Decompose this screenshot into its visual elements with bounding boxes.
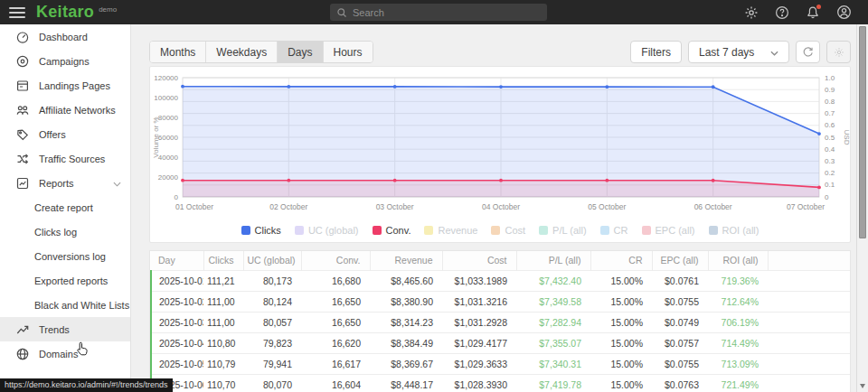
column-header-roi-all[interactable]: ROI (all): [708, 251, 768, 270]
tab-hours[interactable]: Hours: [323, 42, 373, 62]
legend-item-epc-all[interactable]: EPC (all): [642, 225, 695, 236]
column-header-p-l-all[interactable]: P/L (all): [516, 251, 590, 270]
cell-day: 2025-10-01: [151, 270, 203, 291]
svg-text:0: 0: [825, 193, 829, 201]
svg-text:40000: 40000: [158, 154, 179, 162]
legend-item-cost[interactable]: Cost: [491, 225, 525, 236]
cell-cr: 15.00%: [590, 291, 652, 312]
legend-swatch: [491, 226, 500, 235]
cell-day: 2025-10-02: [151, 291, 203, 312]
date-range-select[interactable]: Last 7 days: [688, 41, 789, 63]
search-bar[interactable]: [330, 4, 547, 21]
sidebar-item-domains[interactable]: Domains: [0, 341, 130, 366]
sidebar-item-dashboard[interactable]: Dashboard: [0, 24, 130, 49]
sidebar-item-affiliate-networks[interactable]: Affiliate Networks: [0, 98, 130, 122]
table-row[interactable]: 2025-10-04110,8079,82316,620$8,384.49$1,…: [151, 332, 850, 353]
sidebar-item-traffic-sources[interactable]: Traffic Sources: [0, 146, 130, 171]
app-logo[interactable]: Keitaro: [36, 3, 94, 22]
sidebar-item-label: Reports: [39, 178, 74, 189]
cell-filler: [768, 374, 850, 392]
cell-clicks: 111,00: [203, 312, 243, 332]
page-scrollbar[interactable]: [856, 24, 868, 392]
legend-swatch: [295, 226, 304, 235]
table-row[interactable]: 2025-10-05110,7979,94116,617$8,369.67$1,…: [151, 353, 850, 374]
column-header-cr[interactable]: CR: [590, 251, 652, 270]
sidebar-item-create-report[interactable]: Create report: [0, 195, 130, 219]
cell-cr: 15.00%: [590, 332, 652, 353]
tab-weekdays[interactable]: Weekdays: [205, 42, 277, 62]
menu-icon[interactable]: [9, 7, 25, 18]
help-icon[interactable]: [774, 5, 790, 21]
chart-legend: ClicksUC (global)Conv.RevenueCostP/L (al…: [150, 220, 850, 240]
sidebar-item-landings-pages[interactable]: Landings Pages: [0, 73, 130, 98]
scrollbar-down-arrow[interactable]: [860, 384, 865, 388]
column-header-cost[interactable]: Cost: [442, 251, 516, 270]
period-tabs: MonthsWeekdaysDaysHours: [149, 41, 373, 63]
legend-item-cr[interactable]: CR: [600, 225, 628, 236]
column-header-clicks[interactable]: Clicks: [203, 251, 243, 270]
legend-item-clicks[interactable]: Clicks: [241, 225, 281, 236]
legend-swatch: [642, 226, 651, 235]
table-row[interactable]: 2025-10-03111,0080,05716,650$8,314.23$1,…: [151, 312, 850, 332]
search-icon: [336, 7, 347, 18]
cell-filler: [768, 270, 850, 291]
cell-clicks: 110,70: [203, 374, 243, 392]
trends-chart-card: 00.10.20.30.40.50.60.70.80.91.0020000400…: [149, 66, 851, 243]
column-header-day[interactable]: Day: [151, 251, 203, 270]
report-settings-button[interactable]: [826, 41, 851, 63]
cell-filler: [768, 332, 850, 353]
sidebar-item-clicks-log[interactable]: Clicks log: [0, 219, 130, 244]
cell-epc-all: $0.0749: [652, 312, 708, 332]
notification-dot: [816, 5, 821, 9]
sidebar-item-black-and-white-lists[interactable]: Black and White Lists: [0, 293, 130, 317]
legend-label: Conv.: [386, 225, 411, 236]
column-header-uc-global[interactable]: UC (global): [243, 251, 301, 270]
sidebar-item-offers[interactable]: Offers: [0, 122, 130, 146]
tab-months[interactable]: Months: [150, 42, 205, 62]
sidebar-item-label: Traffic Sources: [39, 154, 105, 164]
cell-day: 2025-10-05: [151, 353, 203, 374]
account-icon[interactable]: [835, 5, 852, 21]
svg-text:Volume or %: Volume or %: [152, 117, 160, 157]
legend-item-uc-global[interactable]: UC (global): [295, 225, 359, 236]
legend-item-roi-all[interactable]: ROI (all): [709, 225, 760, 236]
cell-revenue: $8,314.23: [370, 312, 442, 332]
legend-label: Cost: [505, 225, 525, 236]
cell-roi-all: 712.64%: [708, 291, 768, 312]
table-row[interactable]: 2025-10-02111,0080,12416,650$8,380.90$1,…: [151, 291, 850, 312]
cell-day: 2025-10-04: [151, 332, 203, 353]
notifications-icon[interactable]: [805, 5, 821, 21]
traffic-icon: [15, 152, 30, 166]
affiliate-icon: [15, 103, 30, 117]
column-header-conv[interactable]: Conv.: [301, 251, 370, 270]
sidebar-item-label: Dashboard: [39, 32, 88, 42]
svg-text:80000: 80000: [158, 114, 179, 122]
sidebar-item-reports[interactable]: Reports: [0, 171, 130, 195]
cell-roi-all: 706.19%: [708, 312, 768, 332]
filters-button[interactable]: Filters: [630, 41, 682, 63]
column-header-epc-all[interactable]: EPC (all): [652, 251, 708, 270]
legend-item-revenue[interactable]: Revenue: [424, 225, 477, 236]
sidebar-item-exported-reports[interactable]: Exported reports: [0, 268, 130, 293]
legend-label: P/L (all): [552, 225, 587, 236]
table-row[interactable]: 2025-10-06110,7080,07016,604$8,448.17$1,…: [151, 374, 850, 392]
table-row[interactable]: 2025-10-01111,2180,17316,680$8,465.60$1,…: [151, 270, 850, 291]
svg-text:0.3: 0.3: [825, 157, 835, 165]
search-input[interactable]: [353, 7, 541, 18]
sidebar-item-campaigns[interactable]: Campaigns: [0, 49, 130, 73]
legend-item-p-l-all[interactable]: P/L (all): [539, 225, 587, 236]
sidebar-item-trends[interactable]: Trends: [0, 317, 130, 341]
cell-uc-global: 80,173: [243, 270, 301, 291]
refresh-button[interactable]: [796, 41, 820, 63]
sidebar-item-conversions-log[interactable]: Conversions log: [0, 244, 130, 268]
cell-epc-all: $0.0755: [652, 291, 708, 312]
column-header-revenue[interactable]: Revenue: [370, 251, 442, 270]
legend-item-conv[interactable]: Conv.: [373, 225, 411, 236]
settings-icon[interactable]: [743, 5, 760, 21]
cell-uc-global: 80,070: [243, 374, 301, 392]
tab-days[interactable]: Days: [277, 42, 322, 62]
trends-chart[interactable]: 00.10.20.30.40.50.60.70.80.91.0020000400…: [150, 70, 850, 220]
sidebar-item-label: Conversions log: [34, 251, 106, 262]
cell-revenue: $8,369.67: [370, 353, 442, 374]
scrollbar-thumb[interactable]: [859, 26, 866, 238]
